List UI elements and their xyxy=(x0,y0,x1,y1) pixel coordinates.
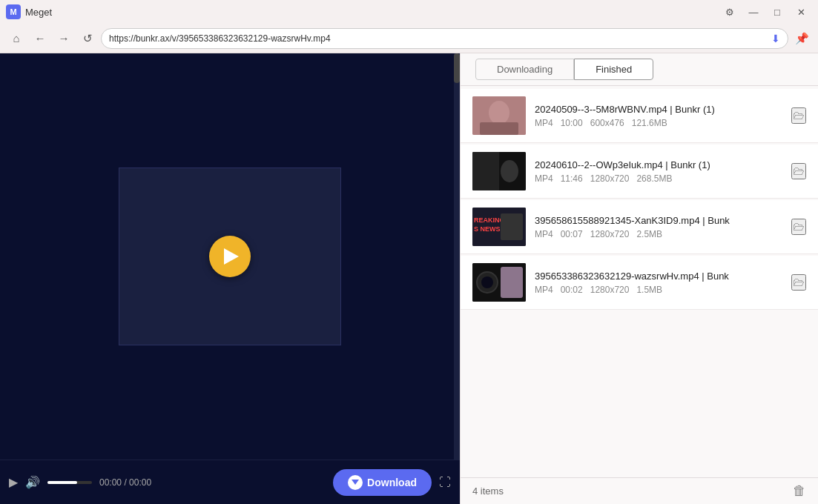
close-button[interactable]: ✕ xyxy=(790,4,812,19)
forward-button[interactable]: → xyxy=(53,28,74,49)
settings-button[interactable]: ⚙ xyxy=(719,4,741,19)
navbar: ⌂ ← → ↺ https://bunkr.ax/v/3956533863236… xyxy=(0,24,818,53)
window-controls: ⚙ — □ ✕ xyxy=(719,4,812,19)
svg-text:S NEWS: S NEWS xyxy=(474,225,501,233)
download-list: 20240509--3--5M8rWBNV.mp4 | Bunkr (1) MP… xyxy=(461,86,818,477)
play-pause-button[interactable]: ▶ xyxy=(9,475,18,489)
item-info: 395658615588921345-XanK3ID9.mp4 | Bunk M… xyxy=(535,215,782,239)
download-arrow-icon xyxy=(352,480,359,485)
svg-rect-2 xyxy=(480,122,518,135)
item-resolution: 1280x720 xyxy=(590,173,630,184)
video-area xyxy=(0,53,460,460)
item-title: 395653386323632129-wazsrwHv.mp4 | Bunk xyxy=(535,271,782,282)
item-duration: 00:07 xyxy=(561,229,583,239)
item-meta: MP4 00:07 1280x720 2.5MB xyxy=(535,229,782,239)
maximize-button[interactable]: □ xyxy=(766,4,788,19)
open-folder-button[interactable]: 🗁 xyxy=(791,107,806,124)
item-size: 2.5MB xyxy=(636,229,662,239)
trash-button[interactable]: 🗑 xyxy=(793,483,806,499)
svg-point-1 xyxy=(489,101,509,125)
item-format: MP4 xyxy=(535,285,553,295)
download-button[interactable]: Download xyxy=(333,469,432,496)
volume-button[interactable]: 🔊 xyxy=(25,475,40,489)
svg-rect-13 xyxy=(501,267,523,298)
item-format: MP4 xyxy=(535,118,553,128)
download-indicator-icon: ⬇ xyxy=(771,33,780,44)
svg-point-5 xyxy=(501,160,518,182)
play-triangle-icon xyxy=(224,248,239,265)
bottom-bar: 4 items 🗑 xyxy=(461,477,818,504)
item-title: 20240610--2--OWp3eIuk.mp4 | Bunkr (1) xyxy=(535,159,782,170)
item-meta: MP4 11:46 1280x720 268.5MB xyxy=(535,173,782,184)
item-size: 1.5MB xyxy=(636,285,662,295)
list-item[interactable]: REAKING S NEWS 395658615588921345-XanK3I… xyxy=(461,200,818,254)
tabs-row: Downloading Finished xyxy=(461,53,818,86)
app-logo: M xyxy=(6,4,21,19)
item-duration: 10:00 xyxy=(561,118,583,128)
item-meta: MP4 00:02 1280x720 1.5MB xyxy=(535,285,782,295)
app-logo-letter: M xyxy=(10,7,16,16)
item-thumbnail: REAKING S NEWS xyxy=(472,208,526,246)
downloads-panel: Downloading Finished 20240509--3--5M8rWB… xyxy=(460,53,818,504)
list-item[interactable]: 20240610--2--OWp3eIuk.mp4 | Bunkr (1) MP… xyxy=(461,145,818,199)
svg-point-12 xyxy=(481,276,493,288)
item-info: 395653386323632129-wazsrwHv.mp4 | Bunk M… xyxy=(535,271,782,295)
refresh-button[interactable]: ↺ xyxy=(77,28,98,49)
download-button-label: Download xyxy=(367,477,417,488)
item-info: 20240509--3--5M8rWBNV.mp4 | Bunkr (1) MP… xyxy=(535,104,782,128)
item-thumbnail xyxy=(472,96,526,135)
download-button-icon xyxy=(348,475,363,490)
back-button[interactable]: ← xyxy=(30,28,50,49)
tab-downloading[interactable]: Downloading xyxy=(475,59,574,80)
pin-button[interactable]: 📌 xyxy=(791,28,812,49)
play-button[interactable] xyxy=(209,236,251,277)
item-thumbnail xyxy=(472,152,526,190)
svg-rect-9 xyxy=(501,213,523,240)
item-title: 20240509--3--5M8rWBNV.mp4 | Bunkr (1) xyxy=(535,104,782,115)
url-text: https://bunkr.ax/v/395653386323632129-wa… xyxy=(109,33,767,44)
item-resolution: 1280x720 xyxy=(590,285,630,295)
home-button[interactable]: ⌂ xyxy=(6,28,27,49)
item-resolution: 600x476 xyxy=(590,118,624,128)
svg-text:REAKING: REAKING xyxy=(474,216,505,224)
item-title: 395658615588921345-XanK3ID9.mp4 | Bunk xyxy=(535,215,782,226)
item-size: 121.6MB xyxy=(632,118,667,128)
item-thumbnail xyxy=(472,263,526,302)
url-bar[interactable]: https://bunkr.ax/v/395653386323632129-wa… xyxy=(101,28,788,49)
time-total: 00:00 xyxy=(129,477,151,488)
item-size: 268.5MB xyxy=(636,173,672,184)
time-display: 00:00 / 00:00 xyxy=(99,477,151,488)
item-format: MP4 xyxy=(535,173,553,184)
scrollbar-thumb[interactable] xyxy=(454,53,460,83)
list-item[interactable]: 395653386323632129-wazsrwHv.mp4 | Bunk M… xyxy=(461,256,818,310)
item-duration: 00:02 xyxy=(561,285,583,295)
item-duration: 11:46 xyxy=(561,173,583,184)
open-folder-button[interactable]: 🗁 xyxy=(791,163,806,179)
open-folder-button[interactable]: 🗁 xyxy=(791,219,806,235)
items-count: 4 items xyxy=(472,485,504,497)
video-controls: ▶ 🔊 00:00 / 00:00 Download ⛶ xyxy=(0,460,460,504)
video-player-panel: ▶ 🔊 00:00 / 00:00 Download ⛶ xyxy=(0,53,460,504)
svg-rect-4 xyxy=(472,152,499,190)
minimize-button[interactable]: — xyxy=(742,4,765,19)
main-layout: ▶ 🔊 00:00 / 00:00 Download ⛶ Downloading xyxy=(0,53,818,504)
item-format: MP4 xyxy=(535,229,553,239)
item-info: 20240610--2--OWp3eIuk.mp4 | Bunkr (1) MP… xyxy=(535,159,782,184)
item-meta: MP4 10:00 600x476 121.6MB xyxy=(535,118,782,128)
tab-finished[interactable]: Finished xyxy=(574,59,653,80)
app-title: Meget xyxy=(25,7,719,18)
fullscreen-button[interactable]: ⛶ xyxy=(439,476,451,489)
time-current: 00:00 xyxy=(99,477,122,488)
item-resolution: 1280x720 xyxy=(590,229,630,239)
volume-fill xyxy=(47,481,77,484)
list-item[interactable]: 20240509--3--5M8rWBNV.mp4 | Bunkr (1) MP… xyxy=(461,89,818,143)
volume-slider[interactable] xyxy=(47,481,92,484)
open-folder-button[interactable]: 🗁 xyxy=(791,274,806,291)
titlebar: M Meget ⚙ — □ ✕ xyxy=(0,0,818,24)
scrollbar-vertical[interactable] xyxy=(454,53,460,460)
